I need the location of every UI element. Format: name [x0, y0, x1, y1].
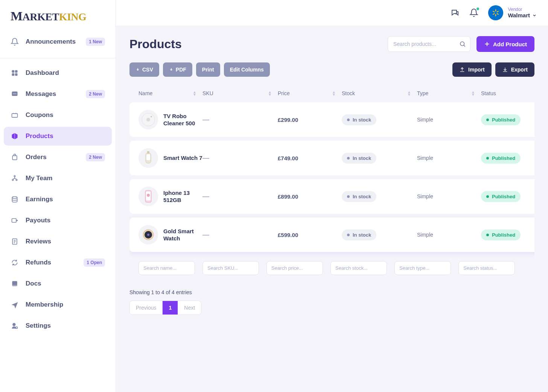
filter-sku[interactable]	[202, 261, 259, 275]
product-price: £599.00	[278, 232, 342, 238]
badge: 1 New	[86, 38, 105, 46]
sidebar-item-label: Messages	[26, 90, 86, 98]
sidebar-item-products[interactable]: Products	[4, 127, 112, 146]
logo-arket: ARKET	[23, 11, 59, 23]
search-input[interactable]	[393, 41, 459, 47]
upload-icon	[459, 67, 465, 73]
plane-icon	[11, 301, 19, 309]
sidebar-item-reviews[interactable]: Reviews	[4, 232, 112, 251]
pagination-next[interactable]: Next	[178, 301, 201, 315]
stock-pill: In stock	[342, 114, 376, 125]
download-icon	[502, 67, 508, 73]
product-sku: —	[202, 193, 278, 201]
sidebar-item-label: Docs	[26, 280, 105, 287]
sidebar-item-refunds[interactable]: Refunds 1 Open	[4, 253, 112, 272]
sidebar-item-label: Dashboard	[26, 69, 105, 77]
bell-icon[interactable]	[469, 8, 478, 17]
filter-type[interactable]	[394, 261, 451, 275]
topbar: Vendor Walmart	[116, 0, 548, 26]
print-button[interactable]: Print	[196, 62, 220, 77]
product-name: TV Robo Cleaner 500	[163, 112, 202, 127]
svg-point-20	[460, 42, 464, 46]
add-product-button[interactable]: Add Product	[476, 36, 534, 52]
grid-icon	[11, 69, 19, 77]
sort-icon: ▲▼	[407, 91, 411, 96]
pagination-previous[interactable]: Previous	[130, 301, 163, 315]
status-pill: Published	[481, 229, 521, 240]
table-row[interactable]: Smart Watch 7 — £749.00 In stock Simple …	[129, 141, 534, 175]
filter-stock[interactable]	[330, 261, 387, 275]
filter-status[interactable]	[458, 261, 515, 275]
sidebar-item-label: Announcements	[26, 38, 86, 46]
product-sku: —	[202, 154, 278, 162]
column-name[interactable]: Name▲▼	[139, 90, 202, 96]
sidebar-item-label: Membership	[26, 301, 105, 308]
avatar	[488, 5, 503, 20]
status-pill: Published	[481, 153, 521, 164]
sidebar-item-label: Earnings	[26, 196, 105, 203]
sidebar-item-label: Coupons	[26, 111, 105, 119]
product-price: £299.00	[278, 117, 342, 123]
table-row[interactable]: TV Robo Cleaner 500 — £299.00 In stock S…	[129, 102, 534, 137]
svg-point-23	[151, 116, 152, 117]
product-name: Gold Smart Watch	[163, 228, 202, 242]
svg-point-5	[13, 93, 14, 94]
download-icon	[169, 67, 174, 72]
csv-button[interactable]: CSV	[129, 62, 159, 77]
sidebar-item-membership[interactable]: Membership	[4, 295, 112, 314]
svg-rect-1	[15, 70, 18, 73]
refresh-icon	[11, 258, 19, 267]
sidebar-item-messages[interactable]: Messages 2 New	[4, 85, 112, 103]
sidebar-item-myteam[interactable]: My Team	[4, 169, 112, 188]
sidebar-item-coupons[interactable]: Coupons	[4, 106, 112, 125]
filter-price[interactable]	[266, 261, 323, 275]
sidebar-item-announcements[interactable]: Announcements 1 New	[4, 32, 112, 51]
logo-king: KING	[59, 11, 87, 23]
sidebar-item-dashboard[interactable]: Dashboard	[4, 64, 112, 82]
edit-columns-button[interactable]: Edit Columns	[224, 62, 270, 77]
page-title: Products	[129, 37, 182, 51]
column-sku[interactable]: SKU▲▼	[202, 90, 278, 96]
svg-rect-25	[146, 154, 150, 160]
ticket-icon	[11, 111, 19, 119]
svg-point-11	[12, 179, 13, 181]
sidebar-item-docs[interactable]: Docs	[4, 274, 112, 293]
table-row[interactable]: Gold Smart Watch — £599.00 In stock Simp…	[129, 217, 534, 252]
column-status[interactable]: Status	[481, 90, 534, 96]
svg-point-13	[12, 197, 17, 199]
product-thumb	[139, 225, 158, 245]
pagination-page-1[interactable]: 1	[163, 301, 178, 315]
export-button[interactable]: Export	[495, 62, 534, 77]
pdf-button[interactable]: PDF	[163, 62, 192, 77]
pagination: Previous 1 Next	[129, 301, 201, 315]
svg-point-29	[147, 194, 150, 197]
sidebar-item-settings[interactable]: Settings	[4, 316, 112, 335]
gear-icon	[11, 322, 19, 330]
products-table: Name▲▼ SKU▲▼ Price▲▼ Stock▲▼ Type▲▼ Stat…	[129, 84, 534, 280]
product-price: £749.00	[278, 155, 342, 161]
document-icon	[11, 237, 19, 246]
product-type: Simple	[417, 117, 481, 123]
import-button[interactable]: Import	[452, 62, 492, 77]
sidebar-item-orders[interactable]: Orders 2 New	[4, 148, 112, 167]
search-box[interactable]	[388, 36, 470, 52]
chat-icon[interactable]	[451, 8, 460, 17]
svg-point-7	[15, 93, 16, 94]
badge: 1 Open	[84, 258, 105, 267]
filter-name[interactable]	[139, 261, 195, 275]
vendor-name: Walmart	[508, 12, 530, 19]
stock-pill: In stock	[342, 191, 376, 202]
table-row[interactable]: Iphone 13 512GB — £899.00 In stock Simpl…	[129, 179, 534, 214]
column-type[interactable]: Type▲▼	[417, 90, 481, 96]
svg-point-19	[16, 327, 18, 329]
sidebar-item-label: Products	[26, 132, 105, 140]
vendor-menu[interactable]: Vendor Walmart	[488, 5, 537, 20]
sidebar-item-earnings[interactable]: Earnings	[4, 190, 112, 209]
product-name: Iphone 13 512GB	[163, 189, 202, 204]
sidebar-item-payouts[interactable]: Payouts	[4, 211, 112, 230]
book-icon	[11, 280, 19, 288]
column-stock[interactable]: Stock▲▼	[342, 90, 417, 96]
sidebar-item-label: Reviews	[26, 238, 105, 245]
status-pill: Published	[481, 114, 521, 125]
column-price[interactable]: Price▲▼	[278, 90, 342, 96]
